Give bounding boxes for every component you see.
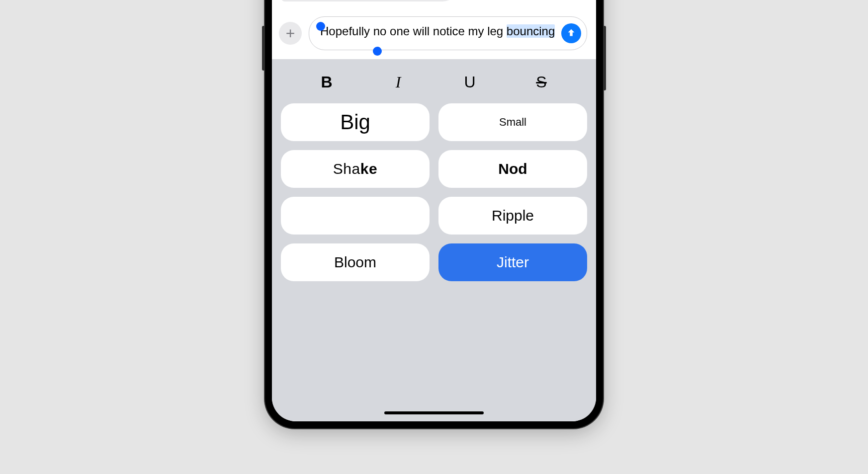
send-button[interactable] xyxy=(561,23,581,43)
bold-button[interactable]: B xyxy=(312,73,342,91)
shake-prefix: Sha xyxy=(333,160,360,177)
selected-text[interactable]: bouncing xyxy=(507,24,555,38)
compose-text: Hopefully no one will notice my leg xyxy=(320,24,507,38)
message-input[interactable]: Hopefully no one will notice my leg boun… xyxy=(309,16,587,50)
arrow-up-icon xyxy=(566,28,577,39)
stage: Delivered One triple shot coming up ☕️ +… xyxy=(0,0,868,474)
effect-bloom[interactable]: Bloom xyxy=(281,243,430,281)
effect-jitter[interactable]: Jitter xyxy=(438,243,587,281)
format-row: B I U S xyxy=(281,68,587,94)
compose-input-wrap: Hopefully no one will notice my leg boun… xyxy=(309,16,587,50)
effect-blank[interactable] xyxy=(281,197,430,235)
effect-shake[interactable]: Shake xyxy=(281,150,430,188)
screen: Delivered One triple shot coming up ☕️ +… xyxy=(272,0,596,421)
plus-icon: + xyxy=(286,24,295,43)
text-effects-panel: B I U S Big Small Shake Nod Ripple Bloom… xyxy=(272,59,596,421)
effect-ripple[interactable]: Ripple xyxy=(438,197,587,235)
selection-handle-end[interactable] xyxy=(373,47,382,56)
shake-emph: ke xyxy=(360,160,377,177)
italic-button[interactable]: I xyxy=(383,73,413,91)
phone-frame: Delivered One triple shot coming up ☕️ +… xyxy=(265,0,603,428)
effect-small[interactable]: Small xyxy=(438,103,587,141)
underline-button[interactable]: U xyxy=(455,73,485,91)
apps-plus-button[interactable]: + xyxy=(279,22,302,45)
effect-big[interactable]: Big xyxy=(281,103,430,141)
effects-grid: Big Small Shake Nod Ripple Bloom Jitter xyxy=(281,103,587,281)
conversation-area: Delivered One triple shot coming up ☕️ xyxy=(272,0,596,5)
strikethrough-button[interactable]: S xyxy=(526,73,556,91)
compose-row: + Hopefully no one will notice my leg bo… xyxy=(272,5,596,59)
home-indicator[interactable] xyxy=(384,411,484,414)
received-message-bubble[interactable]: One triple shot coming up ☕️ xyxy=(281,0,457,1)
effect-nod[interactable]: Nod xyxy=(438,150,587,188)
selection-handle-start[interactable] xyxy=(316,22,325,31)
